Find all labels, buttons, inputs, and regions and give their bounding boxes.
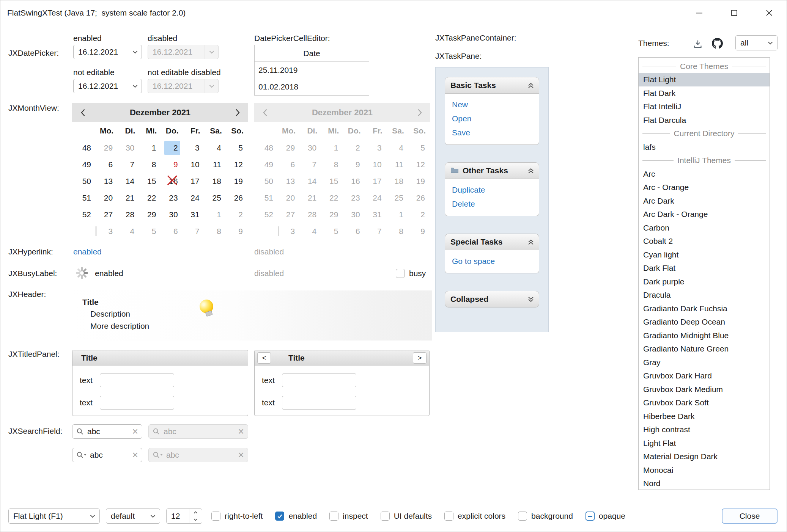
theme-item-nord[interactable]: Nord (639, 477, 770, 490)
font-size-spinner[interactable]: 12 (166, 508, 202, 524)
theme-item-arc[interactable]: Arc (639, 167, 770, 181)
text-input[interactable] (100, 396, 174, 410)
chevron-down-icon[interactable] (128, 45, 142, 59)
download-icon[interactable] (690, 36, 705, 52)
checkbox-right-to-left[interactable]: right-to-left (211, 510, 263, 522)
calendar-day[interactable]: 19 (227, 173, 248, 190)
text-input[interactable] (282, 396, 356, 410)
calendar-day[interactable]: 31 (183, 206, 205, 223)
themes-filter-combo[interactable]: all (735, 35, 778, 50)
calendar-day[interactable]: 11 (205, 156, 227, 173)
prev-month-button[interactable] (76, 108, 90, 117)
theme-item-gradianto-nature-green[interactable]: Gradianto Nature Green (639, 342, 770, 356)
calendar-day[interactable]: 1 (140, 140, 161, 156)
theme-item-flat-light[interactable]: Flat Light (639, 73, 770, 87)
checkbox-opaque[interactable]: opaque (586, 510, 625, 522)
calendar-day[interactable]: 20 (96, 190, 118, 206)
theme-item-arc-orange[interactable]: Arc - Orange (639, 181, 770, 195)
checkbox-explicit-colors[interactable]: explicit colors (444, 510, 505, 522)
text-input[interactable] (282, 373, 356, 387)
font-combo[interactable]: default (106, 508, 160, 524)
theme-item-arc-dark[interactable]: Arc Dark (639, 194, 770, 208)
theme-item-dracula[interactable]: Dracula (639, 289, 770, 302)
taskpane-header-basic-tasks[interactable]: Basic Tasks (445, 77, 539, 94)
datepicker-not-editable[interactable]: 16.12.2021 (73, 79, 142, 93)
theme-item-gradianto-deep-ocean[interactable]: Gradianto Deep Ocean (639, 315, 770, 329)
theme-item-carbon[interactable]: Carbon (639, 221, 770, 235)
calendar-day[interactable]: 30 (118, 140, 140, 156)
calendar-day[interactable]: 18 (205, 173, 227, 190)
taskpane-link-open[interactable]: Open (452, 111, 539, 126)
calendar-day[interactable]: 8 (205, 223, 227, 240)
theme-item-hiberbee-dark[interactable]: Hiberbee Dark (639, 410, 770, 423)
calendar-day[interactable]: 3 (96, 223, 118, 240)
calendar-day[interactable]: 15 (140, 173, 161, 190)
taskpane-header-collapsed[interactable]: Collapsed (445, 291, 539, 308)
theme-item-flat-dark[interactable]: Flat Dark (639, 86, 770, 100)
checkbox-ui-defaults[interactable]: UI defaults (381, 510, 432, 522)
maximize-button[interactable] (717, 0, 752, 25)
minimize-button[interactable] (682, 0, 717, 25)
calendar-day[interactable]: 5 (227, 140, 248, 156)
calendar-day[interactable]: 4 (118, 223, 140, 240)
calendar-day[interactable]: 9 (161, 156, 183, 173)
theme-item-gray[interactable]: Gray (639, 356, 770, 369)
chevron-down-icon[interactable] (128, 79, 142, 93)
checkbox-background[interactable]: background (518, 510, 573, 522)
theme-item-material-design-dark[interactable]: Material Design Dark (639, 450, 770, 464)
checkbox-inspect[interactable]: inspect (329, 510, 368, 522)
github-icon[interactable] (710, 36, 725, 51)
theme-item-dark-flat[interactable]: Dark Flat (639, 262, 770, 275)
calendar-day[interactable]: 13 (96, 173, 118, 190)
taskpane-link-save[interactable]: Save (452, 126, 539, 140)
calendar-day[interactable]: 29 (96, 140, 118, 156)
next-month-button[interactable] (231, 108, 244, 117)
theme-item-cobalt-2[interactable]: Cobalt 2 (639, 235, 770, 248)
calendar-day[interactable]: 23 (161, 190, 183, 206)
taskpane-link-delete[interactable]: Delete (452, 197, 539, 211)
calendar-day[interactable]: 6 (96, 156, 118, 173)
calendar-day[interactable]: 27 (96, 206, 118, 223)
calendar-day[interactable]: 9 (227, 223, 248, 240)
checkbox-busy[interactable]: busy (396, 267, 426, 279)
calendar-day[interactable]: 22 (140, 190, 161, 206)
next-button[interactable]: > (413, 352, 427, 364)
calendar-day[interactable]: 2 (161, 140, 183, 156)
table-row[interactable]: 01.02.2018 (255, 78, 369, 95)
calendar-day[interactable]: 5 (140, 223, 161, 240)
text-input[interactable] (100, 373, 174, 387)
theme-item-gruvbox-dark-soft[interactable]: Gruvbox Dark Soft (639, 396, 770, 410)
calendar-day[interactable]: 17 (183, 173, 205, 190)
theme-item-cyan-light[interactable]: Cyan light (639, 248, 770, 262)
calendar-day[interactable]: 30 (161, 206, 183, 223)
clear-icon[interactable]: × (132, 427, 138, 437)
theme-item-flat-darcula[interactable]: Flat Darcula (639, 113, 770, 127)
checkbox-enabled[interactable]: enabled (275, 510, 317, 522)
calendar-day[interactable]: 16 (161, 173, 183, 190)
calendar-day[interactable]: 3 (183, 140, 205, 156)
calendar-day[interactable]: 7 (118, 156, 140, 173)
spinner-down-button[interactable] (189, 516, 202, 523)
search-field-with-menu-enabled[interactable]: abc × (72, 448, 142, 462)
calendar-day[interactable]: 14 (118, 173, 140, 190)
taskpane-header-special-tasks[interactable]: Special Tasks (445, 234, 539, 250)
close-button[interactable]: Close (722, 508, 778, 524)
theme-item-dark-purple[interactable]: Dark purple (639, 275, 770, 289)
theme-item-gruvbox-dark-hard[interactable]: Gruvbox Dark Hard (639, 369, 770, 383)
table-row[interactable]: 25.11.2019 (255, 62, 369, 78)
search-field-enabled[interactable]: abc × (72, 424, 142, 439)
theme-item-high-contrast[interactable]: High contrast (639, 423, 770, 437)
theme-item-light-flat[interactable]: Light Flat (639, 436, 770, 450)
calendar-day[interactable]: 12 (227, 156, 248, 173)
spinner-up-button[interactable] (189, 509, 202, 516)
calendar-day[interactable]: 10 (183, 156, 205, 173)
close-window-button[interactable] (752, 0, 787, 25)
theme-item-lafs[interactable]: lafs (639, 140, 770, 154)
hyperlink-enabled[interactable]: enabled (73, 246, 102, 257)
clear-icon[interactable]: × (132, 450, 138, 460)
calendar-day[interactable]: 1 (205, 206, 227, 223)
calendar-day[interactable]: 28 (118, 206, 140, 223)
calendar-day[interactable]: 24 (183, 190, 205, 206)
calendar-day[interactable]: 4 (205, 140, 227, 156)
calendar-day[interactable]: 25 (205, 190, 227, 206)
